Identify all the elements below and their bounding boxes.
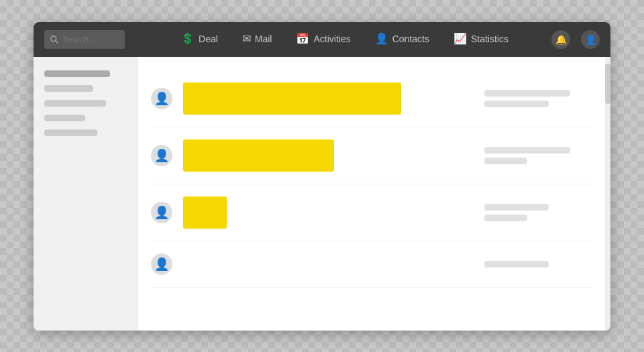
mail-icon: ✉ [242, 32, 251, 45]
nav-label-contacts: Contacts [392, 34, 429, 44]
meta-line [484, 204, 549, 211]
nav-item-deal[interactable]: 💲 Deal [169, 22, 230, 57]
contacts-icon: 👤 [375, 32, 388, 45]
sidebar-item-3[interactable] [44, 100, 106, 107]
bar-container [183, 139, 474, 172]
user-icon-glyph: 👤 [585, 34, 596, 45]
table-row: 👤 [151, 241, 592, 288]
bar-chart-item [183, 139, 334, 172]
meta-line [484, 158, 527, 164]
person-icon: 👤 [154, 91, 169, 106]
person-icon: 👤 [154, 148, 169, 163]
sidebar-item-5[interactable] [44, 129, 97, 136]
bar-chart-item [183, 196, 227, 229]
nav-item-mail[interactable]: ✉ Mail [230, 22, 284, 57]
svg-line-1 [56, 40, 58, 43]
deal-icon: 💲 [181, 32, 195, 45]
search-box[interactable] [44, 30, 125, 49]
app-window: 💲 Deal ✉ Mail 📅 Activities 👤 Contacts 📈 … [34, 22, 610, 331]
activities-icon: 📅 [296, 32, 309, 45]
titlebar: 💲 Deal ✉ Mail 📅 Activities 👤 Contacts 📈 … [34, 22, 610, 57]
sidebar-item-1[interactable] [44, 70, 110, 77]
sidebar [34, 57, 138, 331]
sidebar-item-2[interactable] [44, 85, 93, 92]
person-icon: 👤 [154, 205, 169, 220]
nav-label-mail: Mail [255, 34, 272, 44]
row-meta [484, 90, 592, 107]
user-avatar-button[interactable]: 👤 [581, 30, 600, 49]
avatar: 👤 [151, 145, 172, 166]
meta-line [484, 261, 549, 268]
notifications-button[interactable]: 🔔 [551, 30, 570, 49]
bar-container [183, 196, 474, 229]
meta-line [484, 147, 570, 154]
row-meta [484, 147, 592, 164]
statistics-icon: 📈 [453, 32, 467, 45]
meta-line [484, 101, 549, 107]
nav-label-activities: Activities [313, 34, 350, 44]
sidebar-item-4[interactable] [44, 115, 85, 121]
nav-item-activities[interactable]: 📅 Activities [284, 22, 362, 57]
row-meta [484, 204, 592, 221]
nav-right: 🔔 👤 [551, 30, 600, 49]
avatar: 👤 [151, 88, 172, 109]
scrollbar-thumb[interactable] [605, 64, 610, 104]
table-row: 👤 [151, 184, 592, 241]
nav-label-deal: Deal [199, 34, 218, 44]
nav-label-statistics: Statistics [471, 34, 508, 44]
search-icon [50, 35, 59, 44]
avatar: 👤 [151, 202, 172, 223]
bell-icon-glyph: 🔔 [555, 34, 567, 45]
bar-container [183, 82, 474, 115]
avatar: 👤 [151, 253, 172, 275]
search-input[interactable] [63, 35, 117, 44]
person-icon: 👤 [154, 257, 169, 272]
nav-item-statistics[interactable]: 📈 Statistics [441, 22, 521, 57]
content-area: 👤 👤 [138, 57, 605, 331]
bar-chart-item [183, 82, 401, 115]
nav-bar: 💲 Deal ✉ Mail 📅 Activities 👤 Contacts 📈 … [138, 22, 551, 57]
table-row: 👤 [151, 70, 592, 127]
scrollbar-track[interactable] [605, 57, 610, 331]
row-meta [484, 261, 592, 268]
nav-item-contacts[interactable]: 👤 Contacts [363, 22, 441, 57]
meta-line [484, 215, 527, 221]
main-content: 👤 👤 [34, 57, 610, 331]
table-row: 👤 [151, 127, 592, 184]
meta-line [484, 90, 570, 97]
